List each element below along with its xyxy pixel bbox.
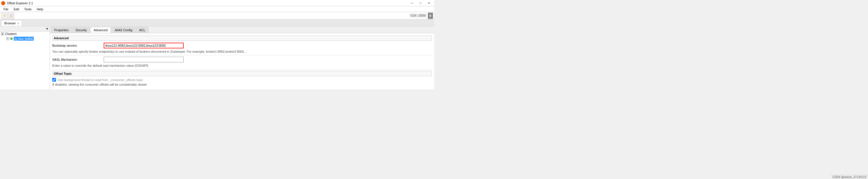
menu-help[interactable]: Help xyxy=(34,7,45,12)
scroll-down-icon: ▼ xyxy=(46,27,49,30)
offset-topic-checkbox[interactable] xyxy=(52,78,56,82)
sasl-mechanism-input[interactable] xyxy=(104,57,184,62)
divider-2 xyxy=(52,70,432,70)
app-icon xyxy=(1,1,5,5)
tab-security[interactable]: Security xyxy=(72,27,90,33)
memory-icon: 🗑 xyxy=(428,12,433,19)
offset-topic-section-title: Offset Topic xyxy=(52,71,432,76)
property-tabs: Properties Security Advanced JAAS Config… xyxy=(50,26,434,33)
divider-1 xyxy=(52,55,432,55)
offset-topic-section: Offset Topic Use background thread to re… xyxy=(52,71,432,86)
menu-edit[interactable]: Edit xyxy=(11,7,22,12)
toolbar-icon-2: 📋 xyxy=(10,14,13,17)
browser-tab-close[interactable]: x xyxy=(18,22,19,25)
toolbar: ⚡ 📋 61M / 285M 🗑 xyxy=(0,12,434,20)
sasl-mechanism-desc: Enter a value to override the default sa… xyxy=(52,64,432,67)
clusters-label: Clusters xyxy=(5,32,17,35)
sidebar-clusters-item[interactable]: ▸ Clusters xyxy=(0,31,50,36)
menu-tools[interactable]: Tools xyxy=(22,7,34,12)
memory-label: 61M / 285M xyxy=(409,14,427,18)
sidebar-scroll-button[interactable]: ▼ xyxy=(0,26,50,31)
main-area: ▼ ▸ Clusters + g_bus_kafka Properties Se… xyxy=(0,26,434,90)
offset-topic-desc: If disabled, viewing the consumer offset… xyxy=(52,83,432,86)
title-bar: Offset Explorer 2.1 — □ ✕ xyxy=(0,0,434,6)
window-controls: — □ ✕ xyxy=(408,1,433,6)
toolbar-btn-1[interactable]: ⚡ xyxy=(1,12,7,19)
form-content: Advanced Bootstrap servers You can optio… xyxy=(50,33,434,90)
advanced-section-title: Advanced xyxy=(52,35,432,41)
browser-tab[interactable]: Browser x xyxy=(1,20,22,26)
sasl-mechanism-row: SASL Mechanism xyxy=(52,56,432,63)
tab-acl[interactable]: ACL xyxy=(136,27,148,33)
bootstrap-servers-row: Bootstrap servers xyxy=(52,43,432,49)
sasl-mechanism-label: SASL Mechanism xyxy=(52,58,104,61)
offset-topic-checkbox-row: Use background thread to read from _cons… xyxy=(52,78,432,82)
cluster-label: g_bus_kafka xyxy=(14,37,34,41)
maximize-button[interactable]: □ xyxy=(416,1,425,6)
offset-topic-checkbox-label: Use background thread to read from _cons… xyxy=(58,78,143,82)
tab-advanced[interactable]: Advanced xyxy=(91,27,111,33)
bootstrap-servers-label: Bootstrap servers xyxy=(52,44,104,47)
close-button[interactable]: ✕ xyxy=(425,1,433,6)
menu-bar: File Edit Tools Help xyxy=(0,6,434,12)
sidebar-cluster-item[interactable]: + g_bus_kafka xyxy=(0,36,50,41)
toolbar-btn-2[interactable]: 📋 xyxy=(8,12,14,19)
expand-cluster-icon[interactable]: + xyxy=(6,37,9,40)
tab-jaas-config[interactable]: JAAS Config xyxy=(112,27,135,33)
tab-bar: Browser x xyxy=(0,20,434,26)
title-bar-left: Offset Explorer 2.1 xyxy=(1,1,33,5)
advanced-section: Advanced Bootstrap servers You can optio… xyxy=(52,35,432,67)
menu-file[interactable]: File xyxy=(1,7,11,12)
app-title: Offset Explorer 2.1 xyxy=(7,1,33,5)
toolbar-icon-1: ⚡ xyxy=(3,14,6,17)
tab-properties[interactable]: Properties xyxy=(51,27,72,33)
bootstrap-servers-input[interactable] xyxy=(104,43,184,48)
content-panel: Properties Security Advanced JAAS Config… xyxy=(50,26,434,90)
bootstrap-servers-desc: You can optionally specify broker endpoi… xyxy=(52,50,432,53)
cluster-status-dot xyxy=(10,37,12,40)
minimize-button[interactable]: — xyxy=(408,1,416,6)
sidebar: ▼ ▸ Clusters + g_bus_kafka xyxy=(0,26,50,90)
browser-tab-label: Browser xyxy=(4,22,16,25)
expand-clusters-icon[interactable]: ▸ xyxy=(1,32,4,35)
